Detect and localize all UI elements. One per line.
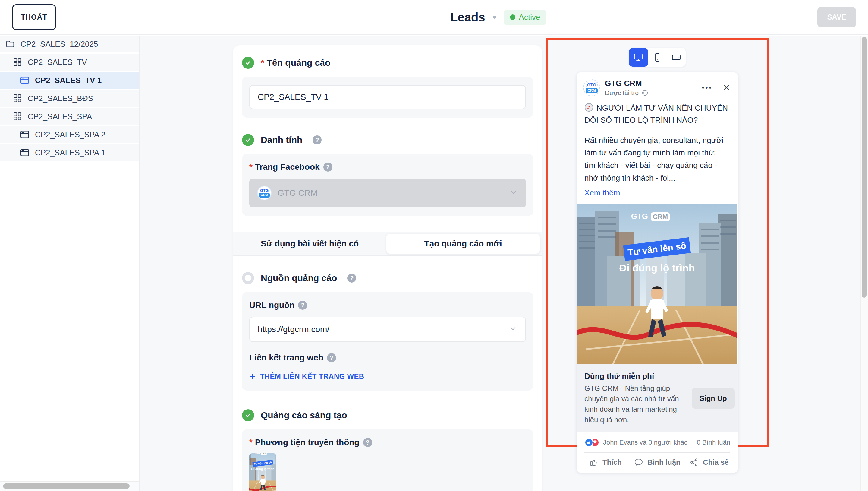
reactions-summary[interactable]: John Evans và 0 người khác: [603, 438, 687, 446]
comment-button[interactable]: Bình luận: [631, 458, 683, 467]
desktop-icon: [633, 52, 644, 62]
media-thumbnail[interactable]: GTG CRM Tư vấn lên số Đi đúng lộ trình: [249, 453, 276, 491]
sidebar-hscroll-thumb[interactable]: [3, 484, 130, 489]
status-label: Active: [519, 13, 540, 22]
share-icon: [689, 458, 699, 467]
sidebar-item-label: CP2_SALES_TV: [28, 58, 87, 67]
help-icon[interactable]: ?: [347, 273, 356, 283]
grid-icon: [13, 112, 22, 121]
identity-card: * Trang Facebook ? GTG CRM GTG CRM: [242, 154, 533, 216]
svg-text:GTG: GTG: [255, 453, 260, 455]
required-marker: *: [249, 162, 253, 172]
preview-body-line2: tìm khách - viết bài - chạy quảng cáo - …: [584, 159, 730, 184]
svg-text:CRM: CRM: [261, 453, 267, 455]
facebook-ad-preview-card: GTG CRM GTG CRM Được tài trợ ••• ✕: [577, 72, 738, 473]
close-icon[interactable]: ✕: [723, 82, 730, 93]
grid-icon: [13, 93, 22, 103]
sidebar-item-label: CP2_SALES_SPA: [28, 112, 92, 121]
add-website-link-button[interactable]: + THÊM LIÊN KẾT TRANG WEB: [249, 370, 526, 382]
sidebar-item-label: CP2_SALES_BĐS: [28, 94, 93, 103]
sponsored-label: Được tài trợ: [605, 89, 639, 96]
device-mobile-button[interactable]: [648, 48, 667, 67]
ad-name-section-title: Tên quảng cáo: [267, 58, 331, 67]
add-website-link-label: THÊM LIÊN KẾT TRANG WEB: [260, 372, 364, 381]
sidebar-hscroll-track: [0, 481, 139, 491]
mobile-icon: [652, 52, 662, 62]
check-circle-icon: [242, 134, 254, 146]
grid-icon: [13, 57, 22, 67]
page-avatar[interactable]: GTG CRM: [583, 79, 600, 96]
device-desktop-button[interactable]: [629, 48, 648, 67]
svg-text:CRM: CRM: [653, 213, 668, 221]
sidebar-item-label: CP2_SALES_12/2025: [21, 39, 98, 49]
share-button[interactable]: Chia sẻ: [683, 458, 735, 467]
help-icon[interactable]: ?: [327, 353, 336, 362]
ad-image[interactable]: GTG CRM Tư vấn lên số Đi đúng lộ trình: [577, 204, 738, 364]
radio-unchecked-icon: [242, 272, 254, 284]
sidebar-item-ad-tv-1[interactable]: CP2_SALES_TV 1: [0, 72, 139, 89]
sidebar-item-campaign-folder[interactable]: CP2_SALES_12/2025: [0, 36, 139, 53]
exit-button[interactable]: THOÁT: [12, 4, 56, 30]
status-dot-icon: [510, 15, 516, 20]
ad-source-card: URL nguồn ? https://gtgcrm.com/ Liên kết…: [242, 292, 533, 391]
preview-page-name[interactable]: GTG CRM: [605, 79, 648, 88]
sidebar-item-adset-tv[interactable]: CP2_SALES_TV: [0, 54, 139, 70]
see-more-link[interactable]: Xem thêm: [584, 187, 730, 198]
sidebar-item-adset-bds[interactable]: CP2_SALES_BĐS: [0, 90, 139, 107]
check-circle-icon: [242, 409, 254, 421]
section-ad-source: Nguồn quảng cáo ?: [242, 272, 533, 284]
sign-up-button[interactable]: Sign Up: [692, 388, 735, 409]
help-icon[interactable]: ?: [323, 163, 333, 172]
tab-create-new-ad[interactable]: Tạo quảng cáo mới: [386, 234, 540, 254]
ad-preview-panel: GTG CRM GTG CRM Được tài trợ ••• ✕: [546, 38, 769, 447]
window-icon: [20, 76, 30, 85]
ad-source-section-title: Nguồn quảng cáo: [261, 273, 337, 283]
sidebar-item-adset-spa[interactable]: CP2_SALES_SPA: [0, 108, 139, 125]
like-button[interactable]: Thích: [580, 458, 631, 467]
compass-emoji: [584, 103, 593, 115]
facebook-page-value: GTG CRM: [278, 188, 317, 198]
url-source-select[interactable]: https://gtgcrm.com/: [249, 317, 526, 342]
svg-text:GTG: GTG: [631, 212, 648, 221]
help-icon[interactable]: ?: [298, 301, 307, 310]
ad-name-card: [242, 77, 533, 118]
page-vscroll-thumb[interactable]: [862, 37, 867, 298]
main-area: *Tên quảng cáo Danh tính ? * Trang Faceb…: [140, 36, 868, 491]
comments-count[interactable]: 0 Bình luận: [697, 438, 730, 446]
section-ad-name: *Tên quảng cáo: [242, 57, 533, 69]
page-title-group: Leads Active: [450, 10, 546, 25]
sidebar-item-ad-spa-2[interactable]: CP2_SALES_SPA 2: [0, 126, 139, 143]
topbar: THOÁT Leads Active SAVE: [0, 0, 868, 35]
plus-icon: +: [249, 370, 255, 382]
thumbs-up-icon: [589, 458, 598, 467]
globe-icon: [642, 90, 648, 96]
help-icon[interactable]: ?: [313, 136, 321, 144]
window-icon: [20, 130, 30, 139]
like-reaction-icon: [584, 438, 593, 447]
help-icon[interactable]: ?: [363, 438, 372, 447]
url-source-label: URL nguồn: [249, 300, 294, 310]
window-icon: [20, 148, 30, 157]
section-identity: Danh tính ?: [242, 134, 533, 146]
ad-name-input[interactable]: [249, 85, 526, 109]
cta-description: GTG CRM - Nền tảng giúp chuyên gia và cá…: [584, 383, 692, 425]
website-link-label: Liên kết trang web: [249, 353, 323, 363]
preview-body-line1: Rất nhiều chuyên gia, consultant, người …: [584, 134, 730, 159]
facebook-page-select[interactable]: GTG CRM GTG CRM: [249, 178, 526, 207]
facebook-page-label: Trang Facebook: [255, 162, 320, 172]
page-title: Leads: [450, 10, 485, 24]
tab-use-existing-post[interactable]: Sử dụng bài viết hiện có: [233, 232, 386, 255]
device-tablet-button[interactable]: [667, 48, 686, 67]
identity-section-title: Danh tính: [261, 135, 302, 145]
check-circle-icon: [242, 57, 254, 69]
sidebar-item-ad-spa-1[interactable]: CP2_SALES_SPA 1: [0, 144, 139, 161]
sidebar-item-label: CP2_SALES_TV 1: [35, 76, 101, 85]
reaction-icons: ♥: [584, 438, 599, 447]
save-button[interactable]: SAVE: [817, 7, 856, 27]
sidebar-item-label: CP2_SALES_SPA 1: [35, 148, 105, 157]
more-options-icon[interactable]: •••: [702, 84, 712, 92]
tablet-icon: [671, 52, 681, 62]
preview-headline: NGƯỜI LÀM TƯ VẤN NÊN CHUYỂN ĐỔI SỐ THEO …: [584, 104, 728, 124]
device-toggle: [629, 48, 686, 67]
media-label: Phương tiện truyền thông: [255, 438, 360, 447]
